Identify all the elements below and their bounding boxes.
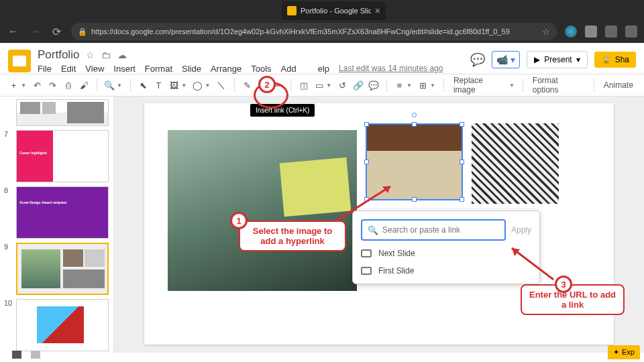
rotate-handle[interactable] xyxy=(412,113,417,117)
last-edit[interactable]: Last edit was 14 minutes ago xyxy=(339,64,443,74)
insert-link-button[interactable]: 🔗 xyxy=(351,78,365,93)
extension-icon[interactable] xyxy=(585,25,597,38)
lock-icon: 🔒 xyxy=(78,27,87,36)
reload-button[interactable]: ⟳ xyxy=(50,25,63,38)
menu-edit[interactable]: Edit xyxy=(61,64,76,74)
svg-line-0 xyxy=(330,186,390,225)
resize-handle[interactable] xyxy=(412,122,417,127)
explore-button[interactable]: ✦ Exp xyxy=(608,345,640,359)
annotation-label: Enter the URL to add a link xyxy=(521,284,625,315)
slide-thumbnail[interactable]: Acme Design Award recipient xyxy=(16,186,109,239)
filmstrip-toggle[interactable] xyxy=(12,351,40,359)
border-color-button[interactable]: ✎ xyxy=(239,78,254,93)
slide-icon xyxy=(361,267,372,275)
arrange-button[interactable]: ⊞ xyxy=(416,78,430,93)
tab-title: Portfolio - Google Slides xyxy=(301,7,371,15)
extension-icon[interactable] xyxy=(625,25,637,38)
crop-button[interactable]: ◫ xyxy=(297,78,311,93)
slide-image[interactable] xyxy=(472,123,559,204)
replace-image-button[interactable]: Replace image xyxy=(449,76,509,95)
menu-format[interactable]: Format xyxy=(145,64,172,74)
thumb-number: 7 xyxy=(4,130,12,182)
share-button[interactable]: 🔒 Sha xyxy=(594,52,636,68)
extension-icon[interactable] xyxy=(605,25,617,38)
resize-handle[interactable] xyxy=(460,122,464,127)
annotation-marker: 2 xyxy=(258,76,276,93)
slides-logo[interactable] xyxy=(8,50,31,72)
slide-thumbnail[interactable] xyxy=(16,299,109,351)
move-icon[interactable]: 🗀 xyxy=(101,50,111,60)
link-option-next[interactable]: Next Slide xyxy=(361,249,531,258)
menu-arrange[interactable]: Arrange xyxy=(211,64,241,74)
resize-handle[interactable] xyxy=(460,160,464,164)
thumb-number xyxy=(4,99,12,126)
grid-view-icon[interactable] xyxy=(12,351,21,359)
slide-icon xyxy=(361,249,372,257)
reset-image-button[interactable]: ↺ xyxy=(335,78,350,93)
cloud-icon[interactable]: ☁ xyxy=(117,50,127,60)
print-button[interactable]: ⎙ xyxy=(61,78,75,93)
comments-button[interactable]: 💬 xyxy=(470,52,485,67)
resize-handle[interactable] xyxy=(460,197,464,202)
svg-line-2 xyxy=(512,248,553,280)
annotation-label: Select the image to add a hyperlink xyxy=(239,221,346,251)
image-button[interactable]: 🖼 xyxy=(167,78,181,93)
slides-favicon xyxy=(287,6,297,15)
annotation-marker: 1 xyxy=(230,212,248,229)
textbox-button[interactable]: T xyxy=(152,78,166,93)
redo-button[interactable]: ↷ xyxy=(46,78,60,93)
slide-thumbnail[interactable] xyxy=(16,99,109,126)
apply-button[interactable]: Apply xyxy=(511,225,531,235)
slide-thumbnail-active[interactable] xyxy=(16,243,109,295)
browser-tab[interactable]: Portfolio - Google Slides × xyxy=(282,1,386,20)
doc-title[interactable]: Portfolio xyxy=(38,48,79,62)
menu-file[interactable]: File xyxy=(38,64,52,74)
forward-button[interactable]: → xyxy=(28,25,42,38)
comment-button[interactable]: 💬 xyxy=(367,78,381,93)
slide-thumbnail[interactable]: Career highlights xyxy=(16,130,109,182)
new-slide-button[interactable]: + xyxy=(7,78,21,93)
paint-format-button[interactable]: 🖌 xyxy=(77,78,91,93)
menu-view[interactable]: View xyxy=(85,64,104,74)
undo-button[interactable]: ↶ xyxy=(30,78,44,93)
select-tool[interactable]: ⬉ xyxy=(136,78,150,93)
thumb-number: 9 xyxy=(4,243,12,295)
extension-icon[interactable] xyxy=(565,25,577,38)
annotation-marker: 3 xyxy=(555,276,572,293)
address-bar[interactable]: 🔒 https://docs.google.com/presentation/d… xyxy=(71,23,557,40)
thumb-number: 10 xyxy=(4,299,12,351)
menu-tools[interactable]: Tools xyxy=(251,64,271,74)
thumb-number: 8 xyxy=(4,186,12,239)
menu-slide[interactable]: Slide xyxy=(182,64,201,74)
annotation-arrow xyxy=(506,243,560,283)
mask-button[interactable]: ▭ xyxy=(312,78,326,93)
format-options-button[interactable]: Format options xyxy=(529,76,588,95)
resize-handle[interactable] xyxy=(364,160,369,164)
menu-insert[interactable]: Insert xyxy=(113,64,136,74)
star-icon[interactable]: ☆ xyxy=(542,27,550,37)
present-button[interactable]: ▶ Present ▾ xyxy=(527,51,587,68)
slide-image[interactable] xyxy=(168,130,357,291)
resize-handle[interactable] xyxy=(364,122,369,127)
menu-addons[interactable]: Add xyxy=(281,64,297,74)
list-view-icon[interactable] xyxy=(31,351,40,359)
menu-bar: File Edit View Insert Format Slide Arran… xyxy=(38,64,464,74)
shape-button[interactable]: ◯ xyxy=(191,78,205,93)
url-text: https://docs.google.com/presentation/d/1… xyxy=(91,27,538,36)
toolbar: +▼ ↶ ↷ ⎙ 🖌 🔍▼ ⬉ T 🖼▼ ◯▼ ＼ ✎ ≡ ┅ ◫ ▭▼ ↺ 🔗… xyxy=(0,74,644,97)
line-button[interactable]: ＼ xyxy=(214,78,228,93)
link-input[interactable] xyxy=(382,225,499,235)
star-icon[interactable]: ☆ xyxy=(86,50,95,60)
link-option-first[interactable]: First Slide xyxy=(361,266,531,276)
zoom-button[interactable]: 🔍 xyxy=(103,78,117,93)
meet-button[interactable]: 📹 ▾ xyxy=(492,51,520,68)
resize-handle[interactable] xyxy=(412,197,417,202)
menu-help[interactable]: elp xyxy=(318,64,329,74)
back-button[interactable]: ← xyxy=(7,25,20,38)
thumbnail-panel[interactable]: 7 Career highlights 8 Acme Design Award … xyxy=(0,97,114,353)
close-icon[interactable]: × xyxy=(375,5,380,16)
align-button[interactable]: ≡ xyxy=(392,78,407,93)
animate-button[interactable]: Animate xyxy=(600,80,637,90)
